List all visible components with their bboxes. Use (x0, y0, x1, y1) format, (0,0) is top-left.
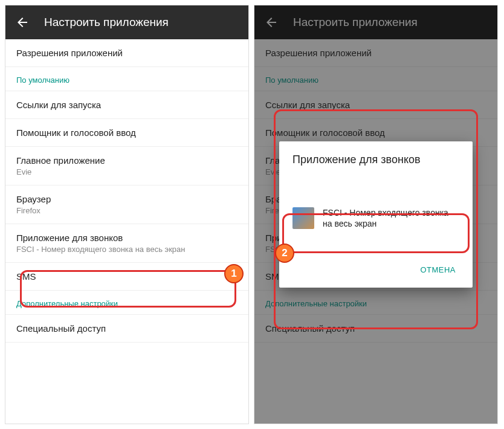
item-launch-links[interactable]: Ссылки для запуска (5, 91, 248, 119)
app-header: Настроить приложения (5, 5, 248, 39)
modal-overlay[interactable]: Приложение для звонков FSCI - Номер вход… (254, 5, 497, 424)
back-icon[interactable] (15, 15, 30, 30)
dialog-title: Приложение для звонков (279, 153, 473, 178)
item-main-app[interactable]: Главное приложение Evie (5, 147, 248, 185)
item-phone-app[interactable]: Приложение для звонков FSCI - Номер вход… (5, 224, 248, 263)
badge-2: 2 (275, 244, 294, 263)
phone-screen-2: Настроить приложения Разрешения приложен… (254, 5, 498, 424)
dialog-option-label: FSCI - Номер входящего звонка на весь эк… (323, 207, 459, 229)
item-assistant-voice[interactable]: Помощник и голосовой ввод (5, 119, 248, 147)
item-app-permissions[interactable]: Разрешения приложений (5, 39, 248, 67)
section-default: По умолчанию (5, 67, 248, 91)
item-sms[interactable]: SMS (5, 263, 248, 291)
page-title: Настроить приложения (44, 16, 169, 29)
cancel-button[interactable]: ОТМЕНА (413, 260, 463, 279)
section-advanced: Дополнительные настройки (5, 291, 248, 315)
settings-list: Разрешения приложений По умолчанию Ссылк… (5, 39, 248, 343)
app-icon (292, 207, 314, 229)
badge-1: 1 (224, 264, 244, 283)
item-special-access[interactable]: Специальный доступ (5, 315, 248, 343)
item-browser[interactable]: Браузер Firefox (5, 185, 248, 224)
phone-screen-1: Настроить приложения Разрешения приложен… (5, 5, 249, 424)
dialog-option-fsci[interactable]: FSCI - Номер входящего звонка на весь эк… (279, 200, 473, 236)
phone-app-dialog: Приложение для звонков FSCI - Номер вход… (279, 141, 473, 288)
dialog-actions: ОТМЕНА (279, 236, 473, 283)
spacer (279, 178, 473, 200)
